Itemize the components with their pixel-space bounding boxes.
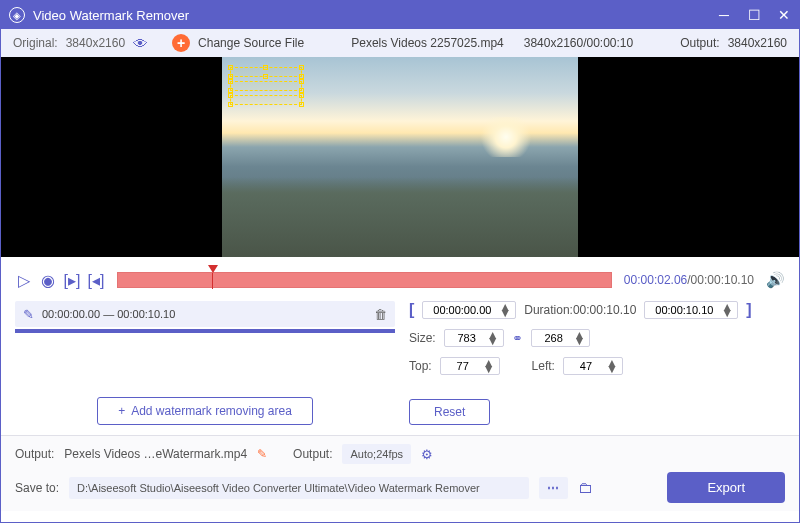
height-input[interactable]: ▲▼ — [531, 329, 591, 347]
export-button[interactable]: Export — [667, 472, 785, 503]
properties-panel: [ ▲▼ Duration:00:00:10.10 ▲▼ ] Size: ▲▼ … — [409, 301, 785, 429]
titlebar: ◈ Video Watermark Remover ─ ☐ ✕ — [1, 1, 799, 29]
stop-button[interactable]: ◉ — [39, 271, 57, 290]
top-label: Top: — [409, 359, 432, 373]
watermark-selection-1[interactable] — [230, 67, 302, 77]
delete-segment-icon[interactable]: 🗑 — [374, 307, 387, 322]
segments-panel: ✎ 00:00:00.00 — 00:00:10.10 🗑 + Add wate… — [15, 301, 395, 429]
source-info: 3840x2160/00:00:10 — [524, 36, 633, 50]
add-area-label: Add watermark removing area — [131, 404, 292, 418]
segment-range: 00:00:00.00 — 00:00:10.10 — [42, 308, 366, 320]
volume-icon[interactable]: 🔊 — [766, 271, 785, 289]
output-format: Auto;24fps — [342, 444, 411, 464]
save-to-label: Save to: — [15, 481, 59, 495]
wand-icon: ✎ — [23, 307, 34, 322]
app-title: Video Watermark Remover — [33, 8, 717, 23]
play-button[interactable]: ▷ — [15, 271, 33, 290]
maximize-button[interactable]: ☐ — [747, 8, 761, 22]
duration-label: Duration:00:00:10.10 — [524, 303, 636, 317]
set-end-button[interactable]: ] — [746, 301, 751, 319]
output-file-label: Output: — [15, 447, 54, 461]
app-logo-icon: ◈ — [9, 7, 25, 23]
add-source-icon[interactable]: + — [172, 34, 190, 52]
playhead-icon[interactable] — [208, 265, 218, 273]
set-start-button[interactable]: [ — [409, 301, 414, 319]
total-time: /00:00:10.10 — [687, 273, 754, 287]
output-label: Output: — [680, 36, 719, 50]
edit-filename-icon[interactable]: ✎ — [257, 447, 267, 461]
video-preview[interactable] — [1, 57, 799, 257]
original-label: Original: — [13, 36, 58, 50]
segment-progress — [15, 329, 395, 333]
left-input[interactable]: ▲▼ — [563, 357, 623, 375]
settings-icon[interactable]: ⚙ — [421, 447, 433, 462]
plus-icon: + — [118, 404, 125, 418]
output-format-label: Output: — [293, 447, 332, 461]
end-time-input[interactable]: ▲▼ — [644, 301, 738, 319]
current-time: 00:00:02.06 — [624, 273, 687, 287]
width-input[interactable]: ▲▼ — [444, 329, 504, 347]
browse-button[interactable]: ⋯ — [539, 477, 568, 499]
preview-toggle-icon[interactable]: 👁 — [133, 35, 148, 52]
original-resolution: 3840x2160 — [66, 36, 125, 50]
add-area-button[interactable]: + Add watermark removing area — [97, 397, 313, 425]
preview-frame — [222, 57, 578, 257]
timeline-scrubber[interactable] — [117, 272, 612, 288]
minimize-button[interactable]: ─ — [717, 8, 731, 22]
change-source-button[interactable]: Change Source File — [198, 36, 304, 50]
reset-button[interactable]: Reset — [409, 399, 490, 425]
prev-frame-button[interactable]: [▸] — [63, 271, 81, 290]
left-label: Left: — [532, 359, 555, 373]
source-filename: Pexels Videos 2257025.mp4 — [351, 36, 504, 50]
size-label: Size: — [409, 331, 436, 345]
spinner-down[interactable]: ▼ — [499, 310, 511, 316]
playback-controls: ▷ ◉ [▸] [◂] 00:00:02.06/00:00:10.10 🔊 — [1, 265, 799, 295]
save-path: D:\Aiseesoft Studio\Aiseesoft Video Conv… — [69, 477, 529, 499]
watermark-selection-3[interactable] — [230, 95, 302, 105]
watermark-selection-2[interactable] — [230, 81, 302, 91]
output-filename: Pexels Videos …eWatermark.mp4 — [64, 447, 247, 461]
bottom-bar: Output: Pexels Videos …eWatermark.mp4 ✎ … — [1, 435, 799, 511]
output-resolution: 3840x2160 — [728, 36, 787, 50]
next-frame-button[interactable]: [◂] — [87, 271, 105, 290]
time-display: 00:00:02.06/00:00:10.10 — [624, 273, 754, 287]
start-time-input[interactable]: ▲▼ — [422, 301, 516, 319]
open-folder-icon[interactable]: 🗀 — [578, 479, 593, 496]
close-button[interactable]: ✕ — [777, 8, 791, 22]
toolbar: Original: 3840x2160 👁 + Change Source Fi… — [1, 29, 799, 57]
top-input[interactable]: ▲▼ — [440, 357, 500, 375]
segment-item[interactable]: ✎ 00:00:00.00 — 00:00:10.10 🗑 — [15, 301, 395, 327]
link-dimensions-icon[interactable]: ⚭ — [512, 331, 523, 346]
